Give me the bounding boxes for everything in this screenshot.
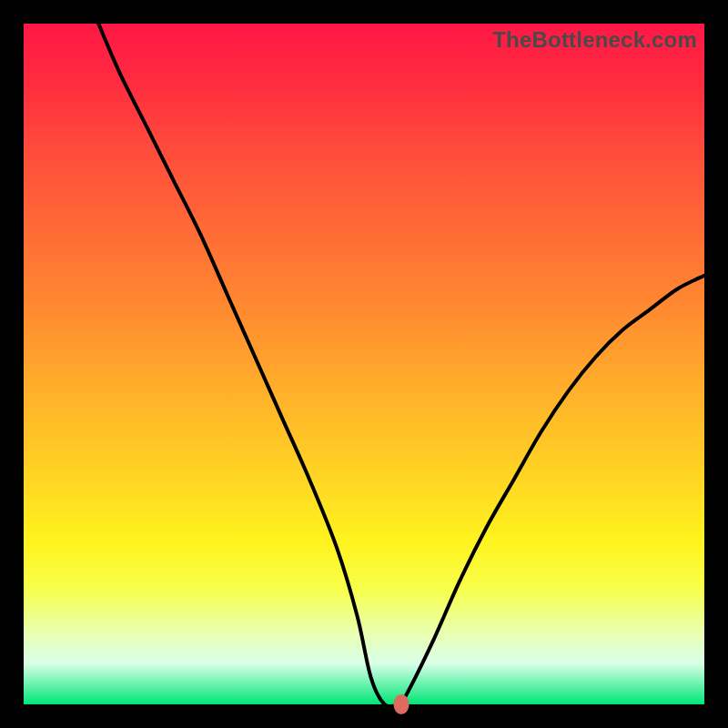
plot-area: TheBottleneck.com [24,24,704,704]
curve-svg [24,24,704,704]
chart-frame: TheBottleneck.com [0,0,728,728]
marker-dot [394,694,410,714]
bottleneck-curve [98,24,704,704]
